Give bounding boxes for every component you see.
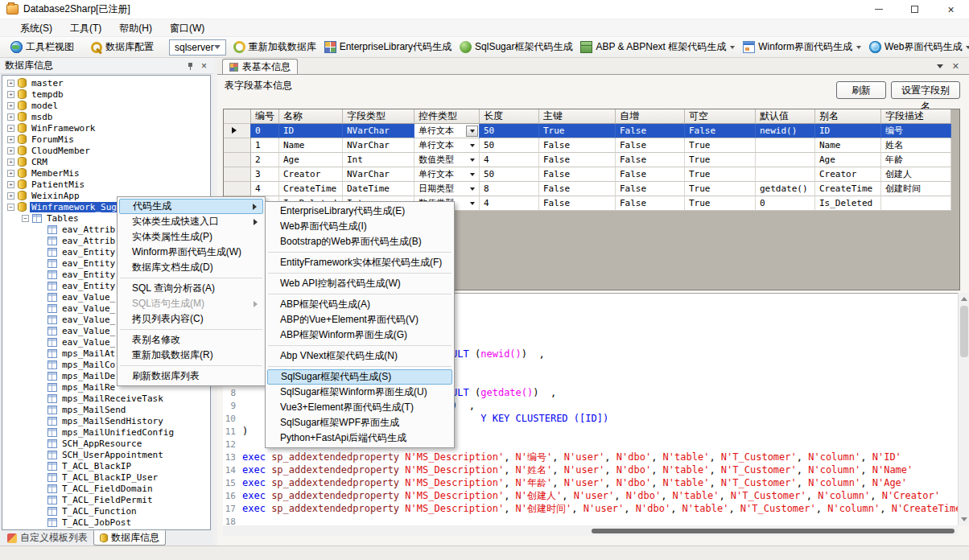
tree-item-model[interactable]: +model	[2, 100, 210, 111]
minimize-button[interactable]	[860, 0, 897, 19]
combo-dropdown-button[interactable]	[466, 183, 478, 195]
grid-cell[interactable]: True	[685, 182, 756, 196]
tree-expand-box[interactable]: +	[7, 91, 14, 98]
combo-dropdown-button[interactable]	[466, 169, 478, 180]
grid-cell[interactable]: 50	[480, 138, 539, 153]
submenu-item-SqlSugar框架Winform界面生成(U)[interactable]: SqlSugar框架Winform界面生成(U)	[267, 385, 452, 400]
table-row[interactable]: 3CreatorNVarChar单行文本50FalseFalseTrueCrea…	[224, 167, 959, 182]
grid-cell[interactable]: Name	[279, 138, 343, 153]
close-button[interactable]: ×	[933, 0, 969, 19]
menubar-item-3[interactable]: 窗口(W)	[161, 19, 213, 37]
grid-cell[interactable]: 4	[480, 196, 539, 211]
column-header-字段描述[interactable]: 字段描述	[881, 109, 951, 124]
tree-expand-box[interactable]: +	[7, 113, 14, 121]
row-header-cell[interactable]	[224, 182, 251, 196]
grid-cell[interactable]: 0	[251, 124, 279, 138]
tree-item-CloudMember[interactable]: +CloudMember	[2, 145, 210, 156]
grid-cell[interactable]: False	[539, 196, 616, 211]
context-menu-item-实体类生成快速入口[interactable]: 实体类生成快速入口	[119, 214, 263, 229]
grid-cell[interactable]: 3	[251, 167, 279, 182]
grid-cell[interactable]: False	[539, 182, 616, 196]
column-header-名称[interactable]: 名称	[279, 109, 343, 124]
grid-cell[interactable]	[756, 153, 815, 167]
toolbar-button-winform-ui-codegen[interactable]: Winform界面代码生成	[739, 39, 865, 56]
column-header-编号[interactable]: 编号	[251, 109, 279, 124]
context-menu-item-SQL语句生成(M)[interactable]: SQL语句生成(M)	[119, 296, 263, 311]
tree-expand-box[interactable]: +	[7, 192, 14, 200]
toolbar-button-toolbar-view[interactable]: 工具栏视图	[6, 39, 78, 56]
grid-cell[interactable]: True	[685, 196, 756, 211]
tree-item-SCH_AppResource[interactable]: SCH_AppResource	[2, 438, 210, 449]
control-type-combo-cell[interactable]: 单行文本	[414, 124, 480, 138]
grid-cell[interactable]: True	[685, 167, 756, 182]
tree-expand-box[interactable]: +	[7, 147, 14, 154]
grid-cell[interactable]: NVarChar	[343, 124, 414, 138]
grid-cell[interactable]: Int	[343, 153, 414, 167]
menubar-item-1[interactable]: 工具(T)	[61, 19, 110, 37]
tree-expand-box[interactable]: −	[22, 215, 29, 222]
tree-item-mps_MailReceiveTask[interactable]: mps_MailReceiveTask	[2, 393, 210, 404]
tree-item-mps_MailSendHistory[interactable]: mps_MailSendHistory	[2, 415, 210, 426]
grid-cell[interactable]: CreateTime	[279, 182, 343, 196]
tree-expand-box[interactable]: +	[7, 136, 14, 143]
context-menu-item-拷贝列表内容(C)[interactable]: 拷贝列表内容(C)	[119, 311, 263, 327]
grid-cell[interactable]: Creator	[279, 167, 343, 182]
context-menu-item-刷新数据库列表[interactable]: 刷新数据库列表	[119, 369, 263, 384]
grid-cell[interactable]: getdate()	[756, 182, 815, 196]
grid-cell[interactable]: 4	[480, 153, 539, 167]
tree-item-T_ACL_FieldPermit[interactable]: T_ACL_FieldPermit	[2, 494, 210, 505]
submenu-item-SqlSugar框架代码生成(S)[interactable]: SqlSugar框架代码生成(S)	[267, 369, 452, 385]
panel-tab-数据库信息[interactable]: 数据库信息	[93, 530, 166, 546]
row-header-cell[interactable]	[224, 138, 251, 153]
refresh-button[interactable]: 刷新	[836, 81, 886, 99]
submenu-item-ABP框架代码生成(A)[interactable]: ABP框架代码生成(A)	[267, 297, 452, 312]
table-row[interactable]: 1NameNVarChar单行文本50FalseFalseTrueName姓名	[224, 138, 959, 153]
grid-cell[interactable]	[756, 138, 815, 153]
toolbar-button-abp-abpnext-codegen[interactable]: ABP & ABPNext 框架代码生成	[576, 39, 739, 56]
grid-cell[interactable]: 姓名	[881, 138, 951, 153]
column-header-默认值[interactable]: 默认值	[756, 109, 815, 124]
grid-cell[interactable]: True	[539, 124, 616, 138]
grid-cell[interactable]: 1	[251, 138, 279, 153]
grid-cell[interactable]: 50	[480, 167, 539, 182]
control-type-combo-cell[interactable]: 数值类型	[414, 153, 480, 167]
grid-cell[interactable]: 4	[251, 182, 279, 196]
grid-cell[interactable]: 创建人	[881, 167, 951, 182]
grid-cell[interactable]: DateTime	[343, 182, 414, 196]
submenu-item-ABP框架Winform界面生成(G)[interactable]: ABP框架Winform界面生成(G)	[267, 327, 452, 343]
submenu-item-Web界面代码生成(I)[interactable]: Web界面代码生成(I)	[267, 219, 452, 234]
tree-item-tempdb[interactable]: +tempdb	[2, 89, 210, 100]
grid-cell[interactable]: ID	[279, 124, 343, 138]
table-row[interactable]: 0IDNVarChar单行文本50TrueFalseFalsenewid()ID…	[224, 124, 959, 138]
grid-cell[interactable]: 年龄	[881, 153, 951, 167]
toolbar-button-reload-database[interactable]: 重新加载数据库	[229, 39, 320, 56]
column-header-字段类型[interactable]: 字段类型	[343, 109, 414, 124]
submenu-item-EntityFramework实体框架代码生成(F)[interactable]: EntityFramework实体框架代码生成(F)	[267, 255, 452, 270]
hscroll-thumb[interactable]	[592, 529, 955, 533]
submenu-item-Bootstrap的Web界面代码生成(B)[interactable]: Bootstrap的Web界面代码生成(B)	[267, 234, 452, 249]
tree-item-mps_MailSend[interactable]: mps_MailSend	[2, 404, 210, 415]
column-header-别名[interactable]: 别名	[815, 109, 881, 124]
tree-expand-box[interactable]: +	[7, 102, 14, 109]
grid-cell[interactable]: Is_Deleted	[815, 196, 881, 211]
submenu-item-ABP的Vue+Element界面代码(V)[interactable]: ABP的Vue+Element界面代码(V)	[267, 312, 452, 327]
control-type-combo-cell[interactable]: 单行文本	[414, 138, 480, 153]
database-type-combobox[interactable]: sqlserver	[169, 39, 226, 56]
column-header-可空[interactable]: 可空	[685, 109, 756, 124]
tree-expand-box[interactable]: +	[7, 181, 14, 188]
panel-tab-自定义模板列表[interactable]: 自定义模板列表	[2, 530, 93, 546]
row-header-cell[interactable]	[224, 167, 251, 182]
grid-cell[interactable]: False	[616, 138, 685, 153]
submenu-item-Abp VNext框架代码生成(N)[interactable]: Abp VNext框架代码生成(N)	[267, 348, 452, 364]
context-menu-item-代码生成[interactable]: 代码生成	[119, 199, 263, 214]
submenu-item-EnterpriseLibrary代码生成(E)[interactable]: EnterpriseLibrary代码生成(E)	[267, 204, 452, 219]
grid-cell[interactable]: False	[616, 124, 685, 138]
tree-item-T_ACL_FieldDomain[interactable]: T_ACL_FieldDomain	[2, 483, 210, 494]
grid-cell[interactable]: ID	[815, 124, 881, 138]
context-menu-item-实体类属性生成(P)[interactable]: 实体类属性生成(P)	[119, 229, 263, 245]
grid-cell[interactable]: 8	[480, 182, 539, 196]
grid-cell[interactable]: False	[539, 138, 616, 153]
tree-item-PatientMis[interactable]: +PatientMis	[2, 179, 210, 190]
tab-close-icon[interactable]: ✕	[952, 60, 959, 72]
grid-cell[interactable]: 0	[756, 196, 815, 211]
